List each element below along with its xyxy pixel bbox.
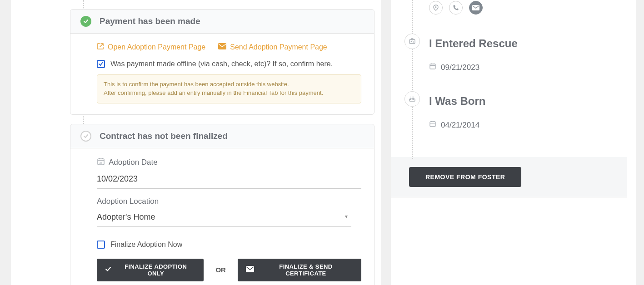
adoption-location-select[interactable]: Adopter's Home (97, 210, 351, 227)
svg-text:26: 26 (100, 162, 103, 164)
contract-card-header: Contract has not been finalized (70, 124, 374, 148)
offline-payment-label: Was payment made offline (via cash, chec… (110, 60, 333, 68)
adoption-location-label: Adoption Location (97, 197, 361, 206)
birthday-cake-icon (404, 91, 420, 107)
location-icon-button[interactable] (429, 1, 443, 15)
check-icon (105, 266, 111, 274)
svg-point-24 (413, 97, 414, 98)
offline-payment-checkbox[interactable] (97, 60, 105, 68)
remove-from-foster-button[interactable]: REMOVE FROM FOSTER (409, 167, 521, 187)
adoption-date-label: 26 Adoption Date (97, 157, 361, 168)
milestone-born-title: I Was Born (429, 95, 627, 108)
status-pending-icon (80, 131, 91, 142)
finalize-now-checkbox[interactable] (97, 241, 105, 249)
payment-card: Payment has been made Open Adoption Paym… (70, 9, 374, 115)
contract-card-title: Contract has not been finalized (100, 131, 228, 141)
svg-rect-25 (430, 122, 435, 127)
milestone-rescue-date: 09/21/2023 (441, 63, 479, 72)
milestone-rescue-title: I Entered Rescue (429, 37, 627, 50)
status-done-icon (80, 16, 91, 27)
calendar-icon: 26 (97, 157, 105, 168)
mail-icon (246, 266, 254, 274)
finalize-only-label: FINALIZE ADOPTION ONLY (116, 263, 195, 277)
svg-rect-0 (218, 43, 226, 49)
id-badge-icon (404, 34, 420, 49)
svg-point-22 (410, 97, 411, 98)
svg-rect-14 (430, 64, 435, 69)
svg-point-11 (411, 41, 412, 42)
milestone-born: I Was Born 04/21/2014 (404, 95, 627, 130)
send-payment-link-label: Send Adoption Payment Page (230, 43, 327, 51)
info-line-2: After confirming, please add an entry ma… (104, 89, 354, 98)
calendar-icon (429, 120, 436, 130)
finalize-send-label: FINALIZE & SEND CERTIFICATE (259, 263, 353, 277)
milestone-born-date: 04/21/2014 (441, 121, 479, 130)
finalize-send-button[interactable]: FINALIZE & SEND CERTIFICATE (238, 259, 361, 281)
finalize-now-label: Finalize Adoption Now (110, 241, 182, 249)
svg-rect-6 (246, 266, 254, 272)
payment-card-title: Payment has been made (100, 16, 200, 26)
offline-payment-info: This is to confirm the payment has been … (97, 74, 361, 103)
info-line-1: This is to confirm the payment has been … (104, 80, 354, 89)
send-payment-page-link[interactable]: Send Adoption Payment Page (218, 43, 327, 52)
open-payment-page-link[interactable]: Open Adoption Payment Page (97, 43, 205, 52)
mail-icon (218, 43, 226, 51)
finalize-only-button[interactable]: FINALIZE ADOPTION ONLY (97, 259, 204, 281)
contract-card: Contract has not been finalized 26 Adopt… (70, 124, 374, 285)
adoption-date-input[interactable] (97, 172, 361, 189)
svg-point-23 (412, 97, 413, 98)
foster-section: REMOVE FROM FOSTER (391, 157, 627, 197)
svg-point-7 (435, 6, 437, 8)
mail-icon-button[interactable] (469, 1, 483, 15)
milestone-rescue: I Entered Rescue 09/21/2023 (404, 37, 627, 72)
phone-icon-button[interactable] (449, 1, 463, 15)
or-text: OR (215, 266, 226, 274)
calendar-icon (429, 63, 436, 72)
payment-card-header: Payment has been made (70, 10, 374, 34)
external-link-icon (97, 43, 104, 52)
open-payment-link-label: Open Adoption Payment Page (108, 43, 205, 51)
